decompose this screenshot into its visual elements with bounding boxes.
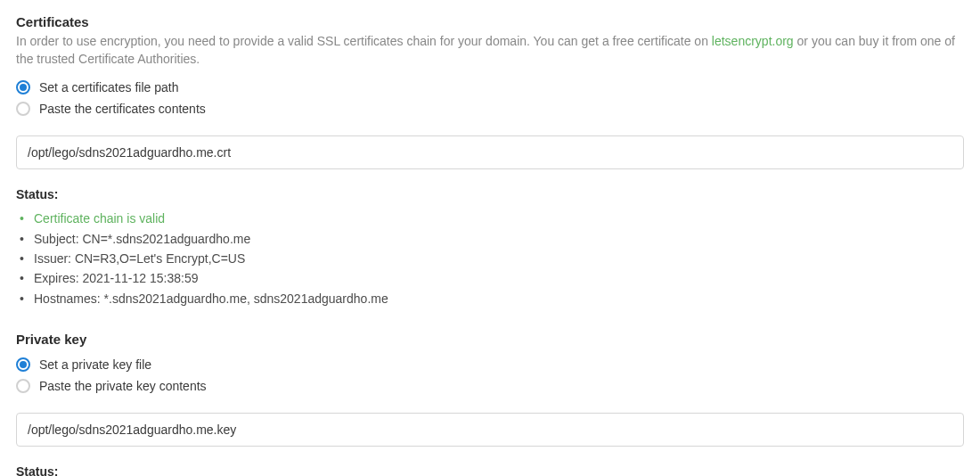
cert-file-path-input[interactable]: [16, 135, 964, 169]
cert-status-list: Certificate chain is valid Subject: CN=*…: [16, 209, 964, 308]
key-status-label: Status:: [16, 464, 964, 476]
private-key-title: Private key: [16, 332, 964, 347]
key-radio-paste-label: Paste the private key contents: [39, 379, 207, 393]
cert-radio-file-path[interactable]: Set a certificates file path: [16, 80, 964, 94]
certificates-section: Certificates In order to use encryption,…: [16, 14, 964, 308]
key-radio-file-label: Set a private key file: [39, 357, 151, 372]
radio-icon: [16, 379, 30, 393]
cert-status-valid: Certificate chain is valid: [16, 209, 964, 228]
certificates-desc-before: In order to use encryption, you need to …: [16, 34, 712, 48]
cert-radio-paste-label: Paste the certificates contents: [39, 102, 206, 116]
radio-icon: [16, 80, 30, 94]
letsencrypt-link[interactable]: letsencrypt.org: [712, 34, 794, 48]
certificates-title: Certificates: [16, 14, 964, 29]
private-key-section: Private key Set a private key file Paste…: [16, 332, 964, 476]
key-file-path-input[interactable]: [16, 413, 964, 447]
cert-radio-file-label: Set a certificates file path: [39, 80, 178, 94]
cert-status-expires: Expires: 2021-11-12 15:38:59: [16, 268, 964, 288]
key-radio-file[interactable]: Set a private key file: [16, 357, 964, 372]
radio-icon: [16, 357, 30, 372]
cert-status-label: Status:: [16, 187, 964, 201]
cert-status-issuer: Issuer: CN=R3,O=Let's Encrypt,C=US: [16, 249, 964, 268]
radio-icon: [16, 102, 30, 116]
certificates-description: In order to use encryption, you need to …: [16, 33, 964, 68]
cert-status-hostnames: Hostnames: *.sdns2021adguardho.me, sdns2…: [16, 289, 964, 308]
cert-radio-paste[interactable]: Paste the certificates contents: [16, 102, 964, 116]
key-radio-paste[interactable]: Paste the private key contents: [16, 379, 964, 393]
cert-status-subject: Subject: CN=*.sdns2021adguardho.me: [16, 229, 964, 249]
